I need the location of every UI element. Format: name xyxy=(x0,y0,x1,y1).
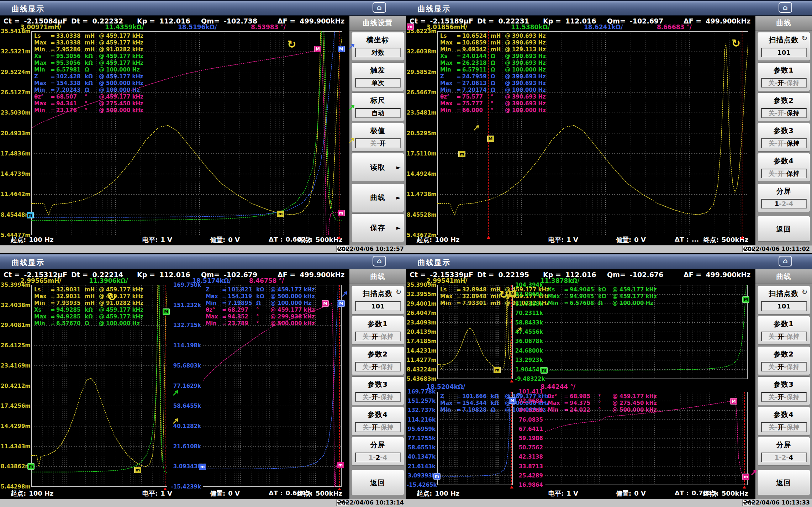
sidebar-button-6[interactable]: 分屏1-2-4 xyxy=(757,437,810,466)
back-button[interactable]: 返回 xyxy=(757,470,810,495)
value-option: 4 xyxy=(789,454,793,461)
sweep-info-value: 500kHz xyxy=(722,236,748,243)
y-axis-label: 13.2923k xyxy=(515,357,543,363)
sweep-info-4: 终点:500kHz xyxy=(703,489,748,498)
sidebar-button-1[interactable]: 扫描点数↻101 xyxy=(757,286,810,315)
refresh-icon: ↻ xyxy=(802,288,807,296)
sidebar-button-7[interactable]: 保存► xyxy=(351,213,404,242)
plot-area[interactable] xyxy=(31,285,167,487)
marker-badge-magenta: m xyxy=(407,23,414,30)
value-separator: - xyxy=(369,363,371,370)
y-axis-label: 5.43683m xyxy=(407,376,436,382)
trace-yellow xyxy=(31,31,321,215)
value-option: 关 xyxy=(769,139,775,147)
sweep-info-value: 500kHz xyxy=(316,490,342,497)
title-bar: 曲线显示 xyxy=(406,254,812,269)
value-option: 开 xyxy=(371,333,378,340)
measurement-kp: Kp =112.016 xyxy=(137,271,190,279)
title-bar: 曲线显示 xyxy=(406,0,812,16)
sweep-info-2: 偏置:0 V xyxy=(210,236,240,244)
y-axis-label: 70.2311k xyxy=(515,310,543,316)
sidebar-menu: 曲线扫描点数↻101参数1关-开-保持参数2关-开-保持参数3关-开-保持参数4… xyxy=(755,16,812,245)
y-axis-label: 11.4343m xyxy=(1,443,30,450)
sidebar-button-1[interactable]: 横坐标对数 xyxy=(351,32,404,61)
sidebar-button-3[interactable]: 参数2关-开-保持 xyxy=(351,346,404,375)
sidebar-button-value: 1-2-4 xyxy=(761,199,807,208)
value-separator: - xyxy=(775,393,777,401)
sidebar-button-5[interactable]: 参数4关-开-保持 xyxy=(757,153,810,182)
plot-area[interactable] xyxy=(545,392,748,485)
sidebar-button-1[interactable]: 扫描点数↻101 xyxy=(757,32,810,61)
sidebar-button-label: 参数4 xyxy=(352,410,404,419)
sidebar-button-5[interactable]: 参数4关-开-保持 xyxy=(351,407,404,435)
sidebar-button-2[interactable]: 参数1关-开-保持 xyxy=(757,316,810,345)
sweep-info-2: 偏置:0 V xyxy=(210,489,240,498)
home-button[interactable]: ⌂ xyxy=(373,2,386,13)
value-option: 开 xyxy=(777,109,784,117)
value-separator: - xyxy=(380,454,383,461)
y-axis-label: 81.6188k xyxy=(515,301,543,307)
trace-green xyxy=(545,285,747,370)
sidebar-button-value: 关-开-保持 xyxy=(761,138,807,148)
sidebar-button-6[interactable]: 曲线► xyxy=(351,183,404,212)
measurement-dt: Dt =0.22195 xyxy=(477,271,529,279)
sidebar-button-2[interactable]: 触发单次 xyxy=(351,62,404,91)
y-axis-label: 17.4185m xyxy=(407,338,436,344)
value-option: 单次 xyxy=(371,79,384,86)
plot-area[interactable] xyxy=(31,31,342,235)
trace-magenta xyxy=(545,401,738,459)
sidebar-button-label: 标尺 xyxy=(352,96,404,105)
sidebar-button-4[interactable]: 参数3关-开-保持 xyxy=(757,376,810,405)
sidebar-button-value: 关-开-保持 xyxy=(761,392,807,402)
sidebar-button-value: 关-开-保持 xyxy=(355,392,401,402)
sidebar-button-2[interactable]: 参数1关-开-保持 xyxy=(351,316,404,345)
sidebar-button-5[interactable]: 读取► xyxy=(351,153,404,182)
back-button[interactable]: 返回 xyxy=(757,216,810,242)
sidebar-button-6[interactable]: 分屏1-2-4 xyxy=(351,437,404,466)
sweep-info-value: 1 V xyxy=(566,236,578,243)
sweep-cursor-triangle xyxy=(740,236,744,239)
y-axis-label: 8.45448m xyxy=(1,212,30,218)
y-axis-label: 8.45528m xyxy=(407,212,436,218)
plot-area[interactable] xyxy=(437,31,748,235)
marker-max-yellow: M xyxy=(509,291,516,297)
home-button[interactable]: ⌂ xyxy=(779,2,792,13)
value-separator: - xyxy=(775,333,777,340)
trace-blue xyxy=(31,31,336,217)
sidebar-button-label: 极值 xyxy=(352,126,404,136)
sidebar-button-6[interactable]: 分屏1-2-4 xyxy=(757,183,810,212)
sidebar-header: 曲线 xyxy=(755,269,812,284)
plot-area[interactable] xyxy=(437,392,513,485)
value-option: 关 xyxy=(363,423,369,431)
sidebar-button-4[interactable]: 极值关-开 xyxy=(351,123,404,152)
sidebar-button-label: 参数4 xyxy=(758,156,810,166)
sidebar-button-value: 对数 xyxy=(355,48,401,57)
y-axis-label: 17.5110m xyxy=(407,150,436,157)
sidebar-button-4[interactable]: 参数3关-开-保持 xyxy=(757,123,810,152)
sweep-info-2: 偏置:0 V xyxy=(616,489,646,498)
marker-meas-yellow: m xyxy=(458,151,465,157)
plot-area[interactable] xyxy=(545,285,748,379)
sidebar-button-value: 关-开-保持 xyxy=(355,332,401,341)
sweep-info-value: 100 Hz xyxy=(29,490,53,497)
sidebar-button-4[interactable]: 参数3关-开-保持 xyxy=(351,376,404,405)
marker-meas-magenta: m xyxy=(742,474,749,480)
sidebar-button-1[interactable]: 扫描点数↻101 xyxy=(351,286,404,315)
sidebar-button-2[interactable]: 参数1关-开-保持 xyxy=(757,62,810,91)
plot-area[interactable] xyxy=(203,285,342,487)
sidebar-button-3[interactable]: 标尺自动 xyxy=(351,93,404,121)
home-button[interactable]: ⌂ xyxy=(779,256,792,266)
value-option: 关 xyxy=(769,109,775,117)
home-button[interactable]: ⌂ xyxy=(373,256,386,266)
sweep-info-value: ... xyxy=(692,236,699,243)
value-option: 关 xyxy=(769,170,775,177)
pointer-arrow-icon-blue xyxy=(341,290,349,297)
page-title: 曲线显示 xyxy=(418,4,450,14)
y-axis-label: -15.4265k xyxy=(407,482,436,488)
back-button[interactable]: 返回 xyxy=(351,470,404,495)
sidebar-button-5[interactable]: 参数4关-开-保持 xyxy=(757,407,810,435)
value-separator: - xyxy=(775,139,777,147)
sidebar-button-3[interactable]: 参数2关-开-保持 xyxy=(757,93,810,121)
sidebar-button-3[interactable]: 参数2关-开-保持 xyxy=(757,346,810,375)
home-icon: ⌂ xyxy=(783,3,788,11)
